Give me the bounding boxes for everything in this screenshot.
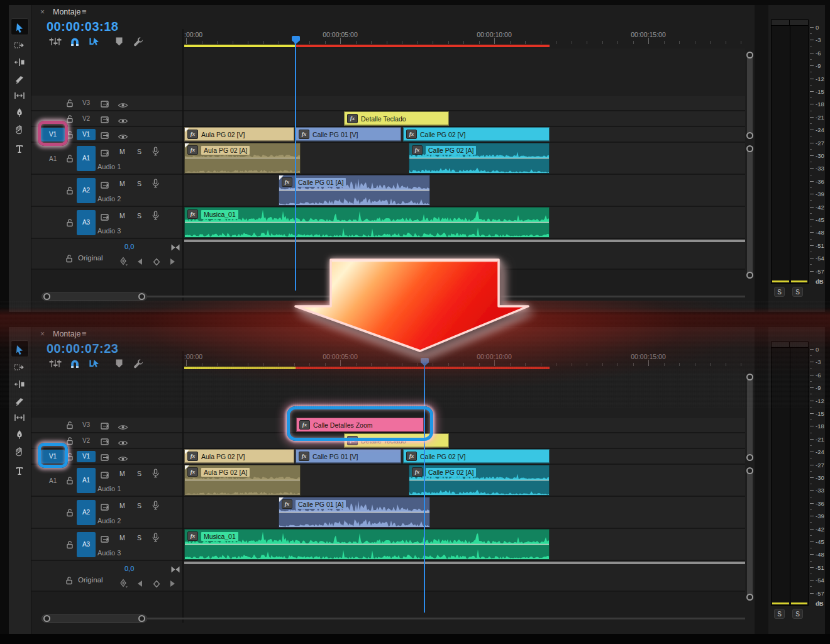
mute-toggle-A1[interactable]: M — [119, 148, 125, 155]
scrollbar-handle-left[interactable] — [43, 293, 50, 300]
track-lane-V2[interactable] — [184, 111, 745, 127]
track-output-eye-V1[interactable] — [118, 131, 128, 143]
track-lane-V2[interactable] — [184, 433, 745, 449]
track-output-eye-V1[interactable] — [118, 453, 128, 465]
sync-lock-toggle-V1[interactable] — [101, 453, 111, 464]
solo-toggle-A1[interactable]: S — [137, 470, 141, 477]
panel-menu-icon[interactable]: ≡ — [82, 7, 87, 16]
slip-tool[interactable] — [10, 88, 29, 103]
track-name-A3[interactable]: A3 — [77, 532, 96, 557]
track-name-V1[interactable]: V1 — [77, 129, 96, 140]
vscroll-handle[interactable] — [746, 145, 753, 152]
vscroll-handle[interactable] — [746, 132, 753, 139]
sync-lock-toggle-V2[interactable] — [101, 115, 111, 126]
sync-lock-toggle-A2[interactable] — [101, 502, 111, 514]
track-output-eye-V3[interactable] — [118, 100, 128, 111]
tab-title[interactable]: Montaje — [53, 330, 80, 338]
timeline-settings-wrench[interactable] — [131, 357, 146, 370]
clip-musica-01[interactable]: fxMusica_01 — [184, 207, 550, 238]
pen-tool[interactable] — [10, 427, 29, 442]
track-name-A1[interactable]: A1 — [77, 146, 96, 171]
track-name-V2[interactable]: V2 — [77, 435, 96, 447]
nest-sequence-toggle[interactable] — [48, 357, 63, 370]
hand-tool[interactable] — [10, 122, 29, 137]
track-lock-toggle-V1[interactable] — [66, 452, 74, 464]
tab-close-icon[interactable]: × — [40, 330, 45, 338]
track-lock-toggle-A3[interactable] — [66, 218, 74, 230]
sync-lock-toggle-A2[interactable] — [101, 180, 111, 192]
playhead-line[interactable] — [295, 40, 296, 291]
ripple-edit-tool[interactable] — [10, 377, 29, 392]
timeline-settings-wrench[interactable] — [131, 35, 146, 48]
source-patch-video[interactable]: V1 — [41, 128, 65, 142]
clip-calle-pg-02-a-[interactable]: fxCalle PG 02 [A] — [409, 143, 550, 174]
clip-aula-pg-02-a-[interactable]: fxAula PG 02 [A] — [184, 465, 301, 496]
tab-title[interactable]: Montaje — [53, 8, 80, 16]
slip-tool[interactable] — [10, 410, 29, 425]
sync-lock-toggle-V2[interactable] — [101, 437, 111, 448]
track-lock-toggle-V3[interactable] — [66, 99, 74, 110]
track-name-A3[interactable]: A3 — [77, 210, 96, 235]
track-lock-toggle-V2[interactable] — [66, 114, 74, 126]
razor-tool[interactable] — [10, 72, 29, 87]
track-lock-toggle-master[interactable] — [65, 254, 73, 265]
selection-tool[interactable] — [10, 20, 29, 35]
clip-calle-pg-01-a-[interactable]: fxCalle PG 01 [A] — [279, 497, 430, 528]
sync-lock-toggle-V3[interactable] — [101, 99, 111, 111]
master-volume-value[interactable]: 0,0 — [124, 243, 134, 250]
mute-toggle-A2[interactable]: M — [119, 502, 125, 509]
track-lock-toggle-master[interactable] — [65, 576, 73, 587]
linked-selection-toggle[interactable] — [87, 35, 102, 48]
selection-tool[interactable] — [10, 342, 29, 357]
nest-sequence-toggle[interactable] — [48, 35, 63, 48]
track-output-eye-V2[interactable] — [118, 438, 128, 449]
solo-toggle-A1[interactable]: S — [137, 148, 141, 155]
vscroll-handle[interactable] — [746, 374, 753, 380]
next-keyframe-button[interactable] — [170, 580, 175, 587]
add-keyframe-button[interactable] — [119, 579, 128, 591]
hand-tool[interactable] — [10, 444, 29, 459]
keyframe-icon[interactable] — [153, 579, 160, 591]
meter-solo-right[interactable]: S — [792, 287, 803, 297]
track-lock-toggle-A1[interactable] — [66, 154, 74, 165]
track-name-V1[interactable]: V1 — [77, 451, 96, 462]
track-lane-A2[interactable] — [184, 497, 745, 529]
track-lane-M[interactable] — [184, 561, 745, 592]
source-patch-audio[interactable]: A1 — [49, 155, 57, 162]
add-marker-button[interactable] — [111, 35, 126, 48]
clip-calle-detalles-zoom[interactable]: fxCalle Detalles Zoom — [296, 418, 424, 432]
track-name-V3[interactable]: V3 — [77, 419, 96, 431]
add-marker-button[interactable] — [111, 357, 126, 370]
current-timecode[interactable]: 00:00:07:23 — [47, 341, 118, 356]
vscroll-handle[interactable] — [746, 467, 753, 474]
type-tool[interactable] — [10, 141, 29, 156]
prev-keyframe-button[interactable] — [138, 258, 142, 265]
sync-lock-toggle-A1[interactable] — [101, 470, 111, 482]
add-keyframe-button[interactable] — [119, 257, 128, 269]
collapse-master-icon[interactable] — [170, 242, 180, 253]
source-patch-video[interactable]: V1 — [41, 450, 65, 464]
vscroll-handle[interactable] — [746, 52, 753, 58]
track-lock-toggle-A2[interactable] — [66, 508, 74, 519]
track-name-A2[interactable]: A2 — [77, 178, 96, 203]
track-lane-V3[interactable] — [184, 96, 745, 111]
clip-calle-pg-01-v-[interactable]: fxCalle PG 01 [V] — [296, 127, 401, 142]
voiceover-record-A3[interactable] — [152, 211, 160, 223]
sync-lock-toggle-V3[interactable] — [101, 421, 111, 433]
sync-lock-toggle-A1[interactable] — [101, 148, 111, 160]
track-lane-A2[interactable] — [184, 175, 745, 207]
pen-tool[interactable] — [10, 105, 29, 120]
clip-aula-pg-02-a-[interactable]: fxAula PG 02 [A] — [184, 143, 301, 174]
solo-toggle-A3[interactable]: S — [137, 212, 141, 219]
vertical-zoom-scrollbar-video[interactable] — [747, 55, 753, 136]
horizontal-zoom-scrollbar[interactable] — [42, 614, 147, 623]
solo-toggle-A3[interactable]: S — [137, 534, 141, 541]
source-patch-audio[interactable]: A1 — [49, 477, 57, 484]
mute-toggle-A3[interactable]: M — [119, 534, 125, 541]
track-lock-toggle-V3[interactable] — [66, 421, 74, 432]
snap-toggle[interactable] — [67, 35, 82, 48]
scrollbar-handle-left[interactable] — [43, 615, 50, 622]
panel-menu-icon[interactable]: ≡ — [82, 329, 87, 338]
mute-toggle-A3[interactable]: M — [119, 212, 125, 219]
solo-toggle-A2[interactable]: S — [137, 180, 141, 187]
